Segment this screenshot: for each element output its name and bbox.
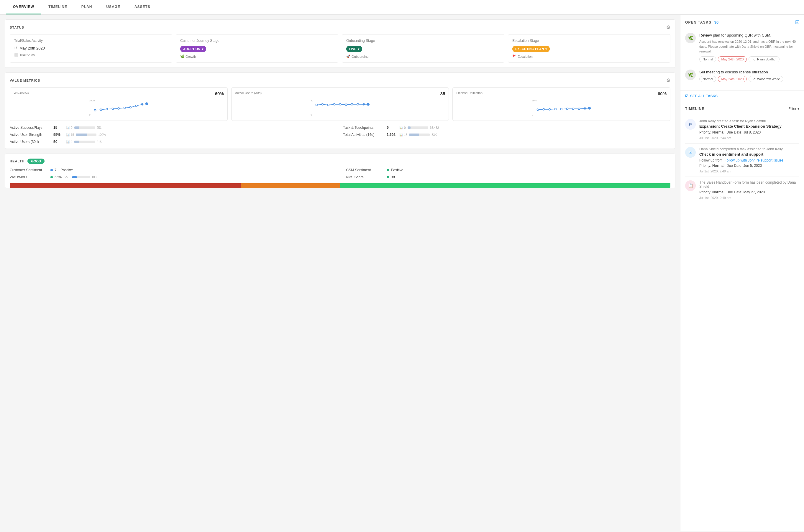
health-row-csm: CSM Sentiment Positive xyxy=(346,168,671,172)
health-row-sentiment: Customer Sentiment 7 – Passive xyxy=(10,168,334,172)
timeline-detail-2: Priority: Normal, Due Date: May 27, 2020 xyxy=(699,190,799,195)
tab-timeline[interactable]: TIMELINE xyxy=(41,0,74,15)
timeline-title-1: Check in on sentiment and support xyxy=(699,152,799,156)
task-0-title: Review plan for upcoming QBR with CSM. xyxy=(699,33,799,38)
metric-row-user-strength: Active User Strength 55% 📊 15 100% xyxy=(10,133,337,137)
timeline-item-2: 📋 The Sales Handover Form form has been … xyxy=(685,177,799,203)
svg-point-7 xyxy=(124,107,125,109)
task-0-tag-priority: Normal xyxy=(699,56,716,62)
health-header: HEALTH GOOD xyxy=(10,158,670,164)
status-escalation-label: Escalation Stage xyxy=(512,39,666,43)
svg-text:100%: 100% xyxy=(89,99,95,102)
status-escalation-sub: 🚩 Escalation xyxy=(512,55,666,58)
filter-button[interactable]: Filter ▾ xyxy=(788,107,799,111)
active-users-svg: 40 0 xyxy=(235,98,445,116)
open-tasks-header: OPEN TASKS 30 ☑ xyxy=(685,19,799,25)
timeline-time-1: Jul 1st, 2020, 9:49 am xyxy=(699,170,799,173)
timeline-item-0: 🏳 John Kelly created a task for Ryan Sca… xyxy=(685,116,799,144)
svg-point-4 xyxy=(106,108,108,110)
escalation-badge[interactable]: EXECUTING PLAN ▾ xyxy=(512,46,550,52)
csm-sentiment-value: Positive xyxy=(387,168,403,172)
task-item-0: 🌿 Review plan for upcoming QBR with CSM.… xyxy=(685,29,799,66)
task-item-1: 🌿 Set meeting to discuss license utiliza… xyxy=(685,66,799,86)
open-tasks-title: OPEN TASKS xyxy=(685,20,711,24)
status-onboarding-sub: 🚀 Onboarding xyxy=(346,55,500,58)
svg-text:0: 0 xyxy=(532,113,533,116)
active-users-30d-label: Active Users (30d) xyxy=(10,140,51,144)
svg-point-18 xyxy=(339,103,341,105)
timeline-title: TIMELINE xyxy=(685,107,705,111)
customer-sentiment-label: Customer Sentiment xyxy=(10,168,48,172)
svg-text:0: 0 xyxy=(89,113,91,116)
task-1-tag-priority: Normal xyxy=(699,76,716,82)
wau-mau-label: WAU/MAU xyxy=(14,91,29,95)
license-util-chart: License Utilization 60% 80% 0 xyxy=(453,87,670,121)
onboarding-badge[interactable]: LIVE ▾ xyxy=(346,46,362,52)
wau-mau-health-value: 65% 25.5 100 xyxy=(51,175,96,179)
active-users-label: Active Users (30d) xyxy=(235,91,262,95)
successplays-value: 15 xyxy=(53,126,64,130)
health-color-bar xyxy=(10,183,670,188)
timeline-content-1: Dana Shield completed a task assigned to… xyxy=(699,147,799,173)
escalation-chevron-icon: ▾ xyxy=(545,48,547,51)
svg-point-5 xyxy=(112,108,113,110)
svg-point-20 xyxy=(351,103,353,105)
timeline-detail-1: Follow up from: Follow up with John re s… xyxy=(699,158,799,168)
metric-row-touchpoints: Task & Touchpoints 9 📊 0 65,452 xyxy=(343,126,670,130)
svg-point-11 xyxy=(145,102,148,105)
task-0-desc: Account has renewal on 2020-12-01, and h… xyxy=(699,39,799,54)
svg-point-6 xyxy=(118,108,120,109)
svg-point-23 xyxy=(367,103,369,106)
status-card: STATUS ⚙ Trial/Sales Activity ↺ May 20th… xyxy=(5,19,675,68)
journey-badge[interactable]: ADOPTION ▾ xyxy=(180,46,206,52)
successplays-label: Active SuccessPlays xyxy=(10,126,51,130)
see-all-tasks-link[interactable]: ☑ SEE ALL TASKS xyxy=(685,94,799,98)
activities-bar: 📊 15 33K xyxy=(399,133,437,136)
timeline-content-0: John Kelly created a task for Ryan Scaff… xyxy=(699,119,799,140)
timeline-link-1[interactable]: Follow up with John re support issues xyxy=(724,158,783,163)
svg-point-16 xyxy=(327,104,329,106)
tab-overview[interactable]: OVERVIEW xyxy=(6,0,41,15)
svg-point-26 xyxy=(537,109,539,111)
license-util-value: 60% xyxy=(658,91,666,96)
main-layout: STATUS ⚙ Trial/Sales Activity ↺ May 20th… xyxy=(0,15,804,531)
timeline-dot-1: ☑ xyxy=(685,147,696,158)
wau-bar-max: 100 xyxy=(92,176,97,179)
metrics-gear-icon[interactable]: ⚙ xyxy=(666,77,670,83)
touchpoints-value: 9 xyxy=(387,126,397,130)
status-escalation: Escalation Stage EXECUTING PLAN ▾ 🚩 Esca… xyxy=(508,34,670,63)
task-0-icon: 🌿 xyxy=(685,33,696,43)
tab-plan[interactable]: PLAN xyxy=(74,0,99,15)
svg-point-14 xyxy=(315,104,317,106)
status-trial-sales: Trial/Sales Activity ↺ May 20th 2020 ⬜ T… xyxy=(10,34,172,63)
svg-point-32 xyxy=(572,108,574,110)
health-title: HEALTH xyxy=(10,159,24,163)
task-1-icon: 🌿 xyxy=(685,70,696,80)
timeline-detail-0: Priority: Normal, Due Date: Jul 8, 2020 xyxy=(699,130,799,135)
svg-point-30 xyxy=(561,108,563,110)
tab-usage[interactable]: USAGE xyxy=(99,0,127,15)
wau-progress-fill xyxy=(72,176,77,178)
timeline-time-2: Jul 1st, 2020, 9:49 am xyxy=(699,196,799,200)
wau-mau-value: 60% xyxy=(215,91,224,96)
tab-assets[interactable]: ASSETS xyxy=(127,0,158,15)
status-gear-icon[interactable]: ⚙ xyxy=(666,24,670,30)
svg-point-3 xyxy=(100,109,102,111)
right-panel: OPEN TASKS 30 ☑ 🌿 Review plan for upcomi… xyxy=(680,15,804,531)
timeline-dot-2: 📋 xyxy=(685,180,696,191)
timeline-section: TIMELINE Filter ▾ 🏳 John Kelly created a… xyxy=(680,102,804,531)
status-trial-value: ↺ May 20th 2020 xyxy=(14,46,168,51)
touchpoints-bar: 📊 0 65,452 xyxy=(399,126,439,129)
metric-row-active-users: Active Users (30d) 50 📊 2 215 xyxy=(10,140,337,144)
svg-point-31 xyxy=(567,108,568,110)
license-util-label: License Utilization xyxy=(456,91,482,95)
health-right: CSM Sentiment Positive NPS Score 38 xyxy=(340,168,671,179)
health-row-nps: NPS Score 38 xyxy=(346,175,671,179)
svg-text:0: 0 xyxy=(311,113,312,116)
metric-row-successplays: Active SuccessPlays 15 📊 0 251 xyxy=(10,126,337,130)
health-row-wau: WAU/MAU 65% 25.5 100 xyxy=(10,175,334,179)
wau-mau-health-label: WAU/MAU xyxy=(10,175,48,179)
open-tasks-check-icon[interactable]: ☑ xyxy=(795,19,799,25)
see-all-tasks-bar: ☑ SEE ALL TASKS xyxy=(680,91,804,102)
task-0-tag-assignee: To: Ryan Scaffidi xyxy=(749,56,779,62)
